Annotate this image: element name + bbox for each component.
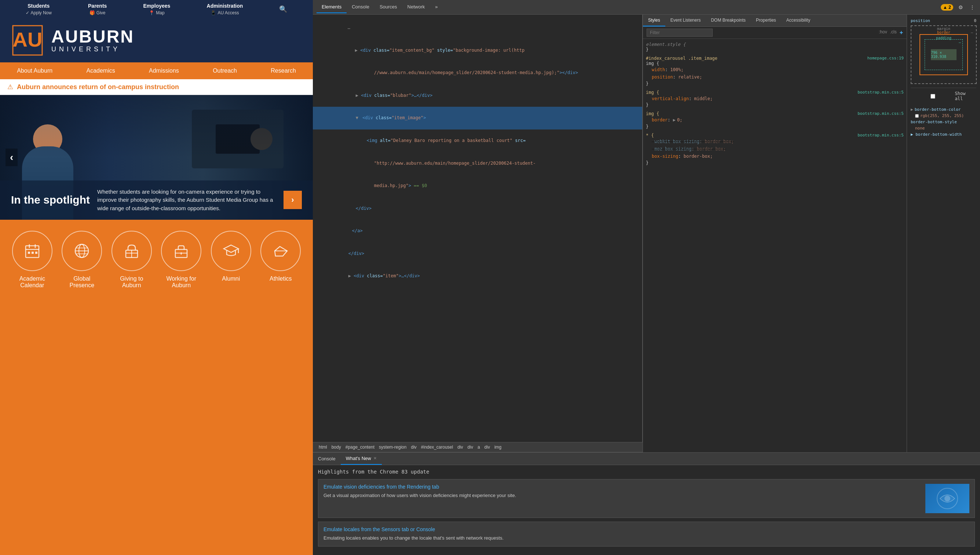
dom-line-4b: "http://www.auburn.edu/main/homepage_sli…	[313, 152, 642, 175]
alert-text[interactable]: Auburn announces return of on-campus ins…	[17, 83, 179, 91]
gear-icon[interactable]: ⚙	[957, 3, 965, 12]
map-icon: 📍	[149, 10, 154, 15]
css-rule-element-style: element.style { }	[646, 42, 904, 52]
whats-new-close-icon[interactable]: ✕	[373, 456, 377, 461]
padding-box: padding – 796 × 310.938	[925, 39, 963, 70]
bottom-tabs: Console What's New ✕	[313, 453, 980, 465]
tile-global-presence[interactable]: GlobalPresence	[62, 231, 102, 544]
icon-tiles: AcademicCalendar GlobalPresence	[0, 220, 313, 555]
hover-toggle[interactable]: :hov	[879, 29, 887, 36]
bottom-tab-console[interactable]: Console	[313, 453, 341, 464]
border-bottom-color-checkbox[interactable]	[915, 114, 919, 118]
dom-panel[interactable]: … ▶ <div class="item_content_bg" style="…	[313, 14, 642, 442]
tile-working-for-auburn[interactable]: Working forAuburn	[161, 231, 201, 544]
alert-bar: ⚠ Auburn announces return of on-campus i…	[0, 79, 313, 95]
devtools-tab-network[interactable]: Network	[402, 1, 430, 13]
content-box: 796 × 310.938	[931, 49, 956, 60]
dom-line-1b: //www.auburn.edu/main/homepage_slider/20…	[313, 62, 642, 84]
dom-line-1[interactable]: ▶ <div class="item_content_bg" style="ba…	[313, 39, 642, 62]
website-panel: Students ✓ Apply Now Parents 🎁 Give Empl…	[0, 0, 313, 555]
feature-card-locales[interactable]: Emulate locales from the Sensors tab or …	[318, 521, 975, 547]
tile-giving-to-auburn[interactable]: Giving toAuburn	[112, 231, 152, 544]
tile-academic-calendar[interactable]: AcademicCalendar	[12, 231, 53, 544]
au-access-link[interactable]: 📱 AU Access	[211, 10, 239, 15]
devtools-topbar: Elements Console Sources Network » ▲ 2 ⚙…	[313, 0, 980, 14]
devtools-tab-more[interactable]: »	[430, 1, 443, 13]
breadcrumb-body[interactable]: body	[329, 444, 343, 451]
show-all-checkbox[interactable]	[914, 94, 952, 99]
nav-outreach[interactable]: Outreach	[205, 63, 244, 79]
nav-academics[interactable]: Academics	[79, 63, 122, 79]
dimensions-label: 796 × 310.938	[931, 51, 956, 59]
tile-athletics[interactable]: Athletics	[260, 231, 301, 544]
top-nav: Students ✓ Apply Now Parents 🎁 Give Empl…	[0, 0, 313, 18]
breadcrumb-div4[interactable]: div	[482, 444, 492, 451]
hero-next-button[interactable]: ›	[283, 191, 302, 209]
homepage-css-source[interactable]: homepage.css:19	[867, 56, 904, 61]
dom-line-8[interactable]: ▶ <div class="item">…</div>	[313, 265, 642, 287]
dom-line-4[interactable]: <img alt="Delaney Baro reporting on a ba…	[313, 130, 642, 152]
css-rule-star-boxsizing: * { bootstrap.min.css:5 -webkit-box-sizi…	[646, 133, 904, 165]
styles-tab-accessibility[interactable]: Accessibility	[781, 14, 815, 26]
devtools-icons: ▲ 2 ⚙ ⋮	[941, 3, 976, 12]
breadcrumb-div3[interactable]: div	[466, 444, 475, 451]
devtools-tab-sources[interactable]: Sources	[375, 1, 402, 13]
bootstrap-css-source-3[interactable]: bootstrap.min.css:5	[857, 133, 904, 138]
nav-admissions[interactable]: Admissions	[142, 63, 186, 79]
dom-panel-wrapper: … ▶ <div class="item_content_bg" style="…	[313, 14, 642, 442]
nav-about-auburn[interactable]: About Auburn	[10, 63, 60, 79]
styles-tab-properties[interactable]: Properties	[751, 14, 781, 26]
bootstrap-css-source-2[interactable]: bootstrap.min.css:5	[857, 111, 904, 116]
dom-line-3[interactable]: ▼ <div class="item_image">	[313, 107, 642, 130]
global-presence-label: GlobalPresence	[69, 276, 94, 289]
hero-title: In the spotlight	[11, 194, 90, 206]
breadcrumb-div2[interactable]: div	[455, 444, 465, 451]
styles-filter-input[interactable]	[647, 29, 713, 37]
map-link[interactable]: 📍 Map	[149, 10, 164, 15]
hero-prev-button[interactable]: ‹	[5, 149, 18, 166]
feature-card-vision-desc: Get a visual approximation of how users …	[323, 492, 922, 499]
styles-tabs: Styles Event Listeners DOM Breakpoints P…	[643, 14, 906, 27]
styles-tab-styles[interactable]: Styles	[643, 14, 665, 26]
add-style-icon[interactable]: +	[900, 29, 903, 36]
administration-nav-section: Administration 📱 AU Access	[207, 3, 243, 15]
breadcrumb-html[interactable]: html	[317, 444, 329, 451]
devtools-tab-console[interactable]: Console	[347, 1, 375, 13]
feature-card-vision[interactable]: Emulate vision deficiencies from the Ren…	[318, 479, 975, 518]
university-name: AUBURN UNIVERSITY	[51, 28, 134, 53]
warning-count[interactable]: ▲ 2	[941, 4, 953, 11]
dom-line-2[interactable]: ▶ <div class="blubar">…</div>	[313, 84, 642, 107]
hero-description: Whether students are looking for on-came…	[97, 188, 276, 213]
dom-line-5[interactable]: </div>	[313, 197, 642, 220]
styles-tab-dom-breakpoints[interactable]: DOM Breakpoints	[706, 14, 751, 26]
breadcrumb-page-content[interactable]: #page_content	[343, 444, 377, 451]
hero-title-container: In the spotlight	[11, 194, 90, 206]
devtools-tab-elements[interactable]: Elements	[317, 1, 347, 13]
give-link[interactable]: 🎁 Give	[90, 10, 106, 15]
nav-research[interactable]: Research	[263, 63, 303, 79]
working-for-auburn-label: Working forAuburn	[166, 276, 196, 289]
academic-calendar-label: AcademicCalendar	[19, 276, 45, 289]
dom-line-6[interactable]: </a>	[313, 220, 642, 242]
parents-nav-section: Parents 🎁 Give	[88, 3, 107, 15]
auburn-logo[interactable]: AU	[11, 24, 44, 57]
dom-line-7[interactable]: </div>	[313, 242, 642, 265]
breadcrumb-img[interactable]: img	[492, 444, 504, 451]
bootstrap-css-source-1[interactable]: bootstrap.min.css:5	[857, 90, 904, 95]
border-bottom-color-prop: border-bottom-color	[915, 107, 961, 112]
bottom-tab-whats-new[interactable]: What's New ✕	[341, 453, 382, 465]
cls-toggle[interactable]: .cls	[890, 29, 897, 36]
border-bottom-style-row: border-bottom-style	[911, 120, 976, 124]
apply-now-link[interactable]: ✓ Apply Now	[26, 10, 52, 15]
breadcrumb-index-carousel[interactable]: #index_carousel	[419, 444, 455, 451]
breadcrumb-div1[interactable]: div	[408, 444, 418, 451]
styles-tab-event-listeners[interactable]: Event Listeners	[665, 14, 706, 26]
bottom-content: Highlights from the Chrome 83 update Emu…	[313, 465, 980, 555]
console-tab-label: Console	[318, 456, 336, 462]
breadcrumb-system-region[interactable]: system-region	[377, 444, 408, 451]
dots-icon[interactable]: ⋮	[968, 3, 976, 12]
search-button[interactable]: 🔍	[279, 3, 287, 15]
tile-alumni[interactable]: Alumni	[211, 231, 251, 544]
feature-card-vision-image	[926, 484, 969, 513]
breadcrumb-a[interactable]: a	[475, 444, 482, 451]
